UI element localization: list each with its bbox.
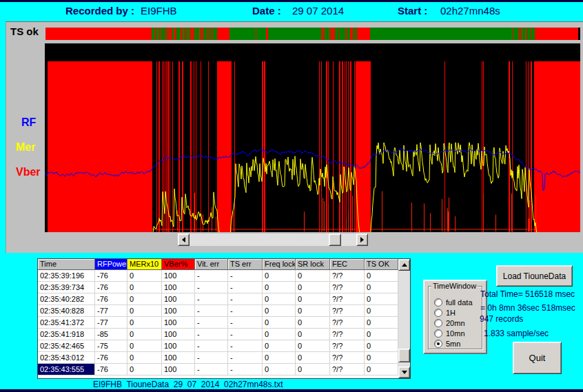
scroll-left-button[interactable] bbox=[178, 234, 190, 246]
table-cell[interactable]: 0 bbox=[127, 352, 162, 364]
table-cell[interactable]: 0 bbox=[127, 293, 162, 305]
radio-button-icon[interactable] bbox=[434, 340, 442, 348]
table-cell[interactable]: 100 bbox=[162, 340, 195, 352]
horizontal-scroll-thumb[interactable] bbox=[329, 234, 341, 246]
radio-option-full-data[interactable]: full data bbox=[434, 298, 473, 307]
table-cell[interactable]: 100 bbox=[162, 305, 195, 317]
table-cell[interactable]: 02:35:43:555 bbox=[38, 364, 95, 375]
table-cell[interactable]: 0 bbox=[365, 305, 398, 317]
table-cell[interactable]: -76 bbox=[95, 282, 127, 293]
table-cell[interactable]: 0 bbox=[263, 270, 296, 282]
table-cell[interactable]: 0 bbox=[296, 340, 330, 352]
table-cell[interactable]: ?/? bbox=[330, 364, 365, 375]
table-cell[interactable]: ?/? bbox=[330, 293, 365, 305]
table-cell[interactable]: 0 bbox=[296, 282, 330, 293]
table-cell[interactable]: 0 bbox=[263, 364, 296, 375]
table-cell[interactable]: - bbox=[228, 364, 263, 375]
table-cell[interactable]: 02:35:42:465 bbox=[38, 340, 95, 352]
scroll-right-button[interactable] bbox=[356, 234, 368, 246]
table-cell[interactable]: - bbox=[195, 317, 228, 329]
table-cell[interactable]: - bbox=[228, 282, 263, 293]
radio-button-icon[interactable] bbox=[434, 319, 442, 327]
load-tiounedata-button[interactable]: Load TiouneData bbox=[496, 265, 573, 287]
table-cell[interactable]: - bbox=[228, 270, 263, 282]
radio-option-1H[interactable]: 1H bbox=[434, 308, 456, 317]
table-cell[interactable]: ?/? bbox=[330, 305, 365, 317]
table-cell[interactable]: 0 bbox=[263, 305, 296, 317]
radio-button-icon[interactable] bbox=[434, 298, 442, 307]
table-cell[interactable]: 100 bbox=[162, 364, 195, 375]
table-cell[interactable]: 0 bbox=[365, 352, 398, 364]
table-cell[interactable]: 0 bbox=[365, 270, 398, 282]
table-cell[interactable]: 0 bbox=[296, 364, 330, 375]
table-cell[interactable]: 02:35:41:372 bbox=[38, 317, 95, 329]
table-cell[interactable]: 0 bbox=[263, 317, 296, 329]
table-cell[interactable]: 0 bbox=[263, 293, 296, 305]
table-cell[interactable]: 0 bbox=[365, 282, 398, 293]
table-cell[interactable]: 0 bbox=[296, 329, 330, 340]
table-cell[interactable]: ?/? bbox=[330, 329, 365, 340]
table-cell[interactable]: - bbox=[228, 352, 263, 364]
table-cell[interactable]: - bbox=[195, 270, 228, 282]
table-cell[interactable]: 0 bbox=[127, 329, 162, 340]
table-cell[interactable]: 0 bbox=[296, 352, 330, 364]
table-cell[interactable]: - bbox=[195, 305, 228, 317]
scroll-up-button[interactable] bbox=[398, 259, 410, 271]
table-cell[interactable]: - bbox=[228, 329, 263, 340]
table-cell[interactable]: ?/? bbox=[330, 282, 365, 293]
table-cell[interactable]: 0 bbox=[296, 317, 330, 329]
table-cell[interactable]: - bbox=[195, 293, 228, 305]
table-cell[interactable]: -76 bbox=[95, 293, 127, 305]
table-cell[interactable]: 0 bbox=[263, 352, 296, 364]
table-cell[interactable]: 02:35:40:828 bbox=[38, 305, 95, 317]
table-cell[interactable]: -77 bbox=[95, 317, 127, 329]
table-cell[interactable]: 0 bbox=[127, 364, 162, 375]
radio-button-icon[interactable] bbox=[434, 309, 442, 317]
table-cell[interactable]: 100 bbox=[162, 282, 195, 293]
table-cell[interactable]: 0 bbox=[263, 340, 296, 352]
table-cell[interactable]: 0 bbox=[365, 340, 398, 352]
table-cell[interactable]: ?/? bbox=[330, 352, 365, 364]
table-cell[interactable]: -76 bbox=[95, 352, 127, 364]
vertical-scroll-thumb[interactable] bbox=[398, 349, 410, 362]
table-cell[interactable]: 0 bbox=[296, 293, 330, 305]
table-cell[interactable]: 0 bbox=[365, 329, 398, 340]
table-cell[interactable]: 0 bbox=[127, 305, 162, 317]
table-cell[interactable]: 0 bbox=[263, 282, 296, 293]
table-cell[interactable]: -75 bbox=[95, 340, 127, 352]
table-vertical-scrollbar[interactable] bbox=[398, 259, 410, 378]
table-cell[interactable]: - bbox=[195, 352, 228, 364]
quit-button[interactable]: Quit bbox=[513, 342, 562, 374]
table-cell[interactable]: 0 bbox=[127, 340, 162, 352]
table-cell[interactable]: 0 bbox=[365, 317, 398, 329]
table-cell[interactable]: - bbox=[195, 340, 228, 352]
table-cell[interactable]: -77 bbox=[95, 305, 127, 317]
table-cell[interactable]: - bbox=[228, 317, 263, 329]
table-cell[interactable]: 02:35:43:012 bbox=[38, 352, 95, 364]
radio-option-20mn[interactable]: 20mn bbox=[434, 318, 465, 327]
table-cell[interactable]: ?/? bbox=[330, 270, 365, 282]
table-cell[interactable]: 0 bbox=[365, 364, 398, 375]
table-cell[interactable]: 0 bbox=[127, 270, 162, 282]
radio-option-5mn[interactable]: 5mn bbox=[434, 339, 460, 348]
table-cell[interactable]: 0 bbox=[365, 293, 398, 305]
table-cell[interactable]: -76 bbox=[95, 270, 127, 282]
table-cell[interactable]: ?/? bbox=[330, 340, 365, 352]
table-cell[interactable]: 02:35:41:918 bbox=[38, 329, 95, 340]
table-cell[interactable]: 02:35:39:734 bbox=[38, 282, 95, 293]
radio-button-icon[interactable] bbox=[434, 329, 442, 338]
radio-option-10mn[interactable]: 10mn bbox=[434, 329, 465, 338]
table-cell[interactable]: - bbox=[228, 293, 263, 305]
table-cell[interactable]: - bbox=[195, 364, 228, 375]
table-cell[interactable]: 02:35:40:282 bbox=[38, 293, 95, 305]
table-cell[interactable]: 0 bbox=[127, 317, 162, 329]
table-cell[interactable]: - bbox=[195, 282, 228, 293]
table-cell[interactable]: 02:35:39:196 bbox=[38, 270, 95, 282]
table-cell[interactable]: 0 bbox=[296, 270, 330, 282]
table-cell[interactable]: 0 bbox=[127, 282, 162, 293]
table-cell[interactable]: - bbox=[228, 340, 263, 352]
table-cell[interactable]: - bbox=[228, 305, 263, 317]
table-cell[interactable]: -76 bbox=[95, 364, 127, 375]
table-cell[interactable]: 0 bbox=[263, 329, 296, 340]
table-cell[interactable]: - bbox=[195, 329, 228, 340]
